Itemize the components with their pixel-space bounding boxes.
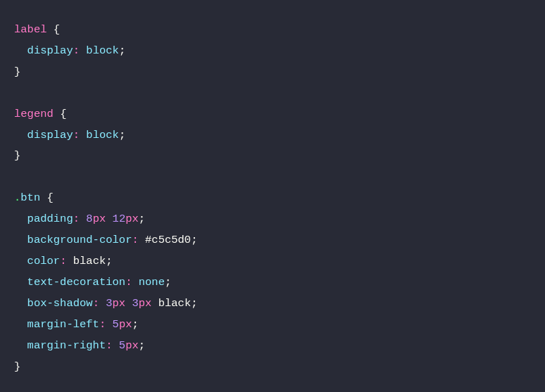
code-property: color: [27, 255, 61, 267]
code-property: display: [27, 129, 73, 141]
code-block: label { display: block; } legend { displ…: [14, 20, 531, 377]
code-colon: :: [73, 213, 80, 225]
code-semicolon: ;: [165, 276, 171, 289]
code-value: px: [113, 297, 126, 310]
code-value: 3: [132, 297, 138, 310]
code-semicolon: ;: [191, 297, 197, 310]
code-brace: }: [14, 149, 20, 162]
code-value: px: [119, 318, 132, 331]
code-colon: :: [106, 339, 112, 352]
code-value: px: [125, 213, 139, 225]
code-property: box-shadow: [27, 297, 93, 310]
code-colon: :: [99, 318, 106, 331]
code-value: px: [139, 297, 152, 310]
code-value: 8: [86, 213, 92, 225]
code-value: #c5c5d0: [145, 234, 191, 246]
code-semicolon: ;: [119, 44, 125, 57]
code-colon: :: [73, 44, 80, 57]
code-semicolon: ;: [132, 318, 138, 331]
code-selector: legend: [14, 108, 54, 120]
code-value: px: [93, 213, 106, 225]
code-property: text-decoration: [27, 276, 126, 289]
code-value: block: [86, 129, 119, 141]
code-value: black: [73, 255, 106, 267]
code-property: display: [27, 44, 73, 57]
code-value: none: [139, 276, 165, 289]
code-value: px: [125, 339, 139, 352]
code-brace: }: [14, 360, 20, 373]
code-selector: btn: [20, 191, 40, 204]
code-brace: }: [14, 65, 20, 78]
code-brace: {: [54, 23, 60, 36]
code-colon: :: [93, 297, 99, 310]
code-selector: label: [14, 23, 47, 36]
code-semicolon: ;: [106, 255, 112, 267]
code-semicolon: ;: [139, 213, 145, 225]
code-value: 5: [113, 318, 119, 331]
code-property: padding: [27, 213, 73, 225]
code-brace: {: [60, 108, 66, 120]
code-value: 12: [113, 213, 126, 225]
code-value: 5: [119, 339, 125, 352]
code-value: black: [158, 297, 192, 310]
code-value: 3: [106, 297, 112, 310]
code-brace: {: [47, 191, 54, 204]
code-selector: .: [14, 191, 20, 204]
code-colon: :: [132, 234, 138, 246]
code-semicolon: ;: [191, 234, 197, 246]
code-property: background-color: [27, 234, 132, 246]
code-property: margin-right: [27, 339, 106, 352]
code-property: margin-left: [27, 318, 99, 331]
code-semicolon: ;: [119, 129, 125, 141]
code-value: block: [86, 44, 119, 57]
code-colon: :: [125, 276, 132, 289]
code-semicolon: ;: [139, 339, 145, 352]
code-colon: :: [60, 255, 66, 267]
code-colon: :: [73, 129, 80, 141]
